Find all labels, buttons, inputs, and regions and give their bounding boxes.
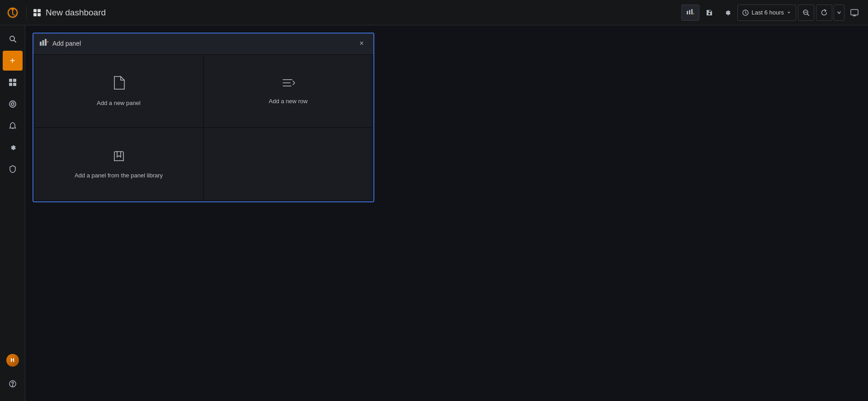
zoom-out-button[interactable] (798, 5, 814, 21)
empty-panel-slot (204, 128, 373, 200)
close-dialog-button[interactable]: × (356, 38, 367, 49)
new-row-icon (282, 77, 295, 91)
svg-rect-8 (38, 13, 41, 16)
header-right: + Last 6 hours (681, 5, 863, 21)
sidebar-item-alerting[interactable] (3, 116, 23, 136)
svg-rect-25 (13, 83, 16, 86)
sidebar: + (0, 25, 25, 401)
svg-rect-5 (33, 9, 37, 12)
save-dashboard-button[interactable] (701, 5, 717, 21)
sidebar-item-search[interactable] (3, 29, 23, 49)
svg-rect-32 (40, 42, 42, 46)
svg-point-2 (12, 8, 14, 10)
add-new-row-option[interactable]: Add a new row (204, 55, 373, 127)
add-panel-dialog-header: + Add panel × (33, 33, 373, 54)
add-panel-dialog-title: Add panel (52, 40, 81, 47)
sidebar-item-dashboards[interactable] (3, 72, 23, 92)
refresh-dropdown-button[interactable] (834, 5, 844, 21)
tv-mode-button[interactable] (846, 5, 863, 21)
svg-point-27 (11, 103, 14, 105)
add-library-panel-option[interactable]: Add a panel from the panel library (34, 128, 203, 200)
sidebar-item-security[interactable] (3, 159, 23, 179)
svg-text:+: + (47, 40, 49, 44)
add-new-panel-option[interactable]: Add a new panel (34, 55, 203, 127)
add-new-row-label: Add a new row (269, 98, 308, 105)
sidebar-item-configuration[interactable] (3, 138, 23, 158)
svg-line-21 (14, 40, 16, 42)
sidebar-item-user[interactable]: H (3, 350, 23, 370)
add-panel-dialog-icon: + (40, 39, 49, 48)
svg-rect-24 (9, 83, 12, 86)
top-header: New dashboard + (0, 0, 868, 25)
time-picker-button[interactable]: Last 6 hours (737, 5, 796, 21)
svg-rect-9 (687, 11, 688, 14)
svg-point-31 (12, 386, 13, 386)
library-panel-icon (113, 150, 125, 166)
header-left: New dashboard (5, 5, 681, 20)
sidebar-item-explore[interactable] (3, 94, 23, 114)
time-picker-label: Last 6 hours (751, 9, 784, 16)
svg-rect-6 (38, 9, 41, 12)
add-panel-dialog: + Add panel × Add a ne (33, 33, 374, 202)
add-library-panel-label: Add a panel from the panel library (75, 172, 163, 179)
dashboard-grid-icon (33, 9, 41, 17)
header-divider (26, 6, 27, 19)
svg-line-16 (807, 14, 809, 15)
sidebar-item-create[interactable]: + (3, 51, 23, 71)
svg-rect-17 (851, 10, 858, 15)
new-panel-icon (113, 76, 125, 93)
svg-rect-10 (689, 10, 690, 14)
dashboard-settings-button[interactable] (719, 5, 736, 21)
refresh-button[interactable] (816, 5, 832, 21)
svg-rect-7 (33, 13, 37, 16)
svg-rect-23 (13, 79, 16, 82)
main-layout: + (0, 25, 868, 401)
svg-text:+: + (693, 12, 694, 16)
user-avatar: H (6, 354, 19, 367)
grafana-logo[interactable] (5, 5, 20, 20)
panel-options-grid: Add a new panel Add a new row (33, 54, 373, 201)
svg-rect-22 (9, 79, 12, 82)
sidebar-item-help[interactable] (3, 374, 23, 394)
dashboard-area: + Add panel × Add a ne (25, 25, 868, 401)
svg-rect-33 (42, 40, 44, 46)
add-panel-header-left: + Add panel (40, 39, 81, 48)
add-new-panel-label: Add a new panel (97, 100, 141, 106)
svg-point-26 (9, 101, 16, 107)
add-panel-header-button[interactable]: + (681, 5, 699, 21)
page-title: New dashboard (46, 8, 106, 18)
